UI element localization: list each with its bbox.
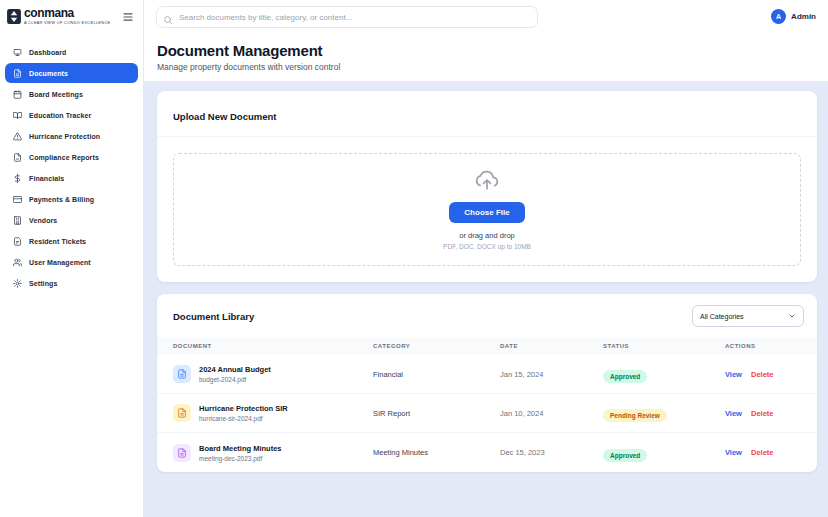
sidebar-item-compliance-reports[interactable]: Compliance Reports [5, 147, 138, 167]
sidebar-item-label: Education Tracker [29, 112, 91, 119]
sidebar-item-label: Payments & Billing [29, 196, 94, 203]
file-formats-hint: PDF, DOC, DOCX up to 10MB [443, 243, 531, 250]
ticket-icon [13, 237, 22, 246]
file-dropzone[interactable]: Choose File or drag and drop PDF, DOC, D… [173, 153, 801, 266]
document-icon [13, 69, 22, 78]
content-area: Upload New Document Choose File or drag … [144, 81, 828, 517]
file-icon [173, 404, 191, 422]
column-header-date: DATE [500, 343, 603, 349]
gear-icon [13, 279, 22, 288]
sidebar-item-user-management[interactable]: User Management [5, 252, 138, 272]
document-category: Meeting Minutes [373, 448, 500, 457]
category-filter-select[interactable]: All Categories [692, 305, 804, 327]
document-category: SIR Report [373, 409, 500, 418]
calendar-icon [13, 90, 22, 99]
sidebar-nav: Dashboard Documents Board Meetings Educa… [0, 33, 143, 293]
dashboard-icon [13, 48, 22, 57]
document-filename: hurricane-sir-2024.pdf [199, 415, 288, 422]
brand-tagline: A CLEAR VIEW OF CONDO EXCELLENCE [24, 20, 110, 25]
document-date: Jan 15, 2024 [500, 370, 603, 379]
library-header: Document Library All Categories [157, 294, 817, 337]
status-badge: Pending Review [603, 409, 667, 422]
document-title: Hurricane Protection SIR [199, 404, 288, 413]
library-title: Document Library [173, 311, 254, 322]
sidebar-item-label: Resident Tickets [29, 238, 86, 245]
document-filename: meeting-dec-2023.pdf [199, 455, 282, 462]
main-area: A Admin Document Management Manage prope… [144, 0, 828, 517]
sidebar-item-label: Financials [29, 175, 64, 182]
sidebar-item-label: Dashboard [29, 49, 66, 56]
cloud-upload-icon [474, 169, 500, 195]
drag-drop-hint: or drag and drop [459, 231, 514, 240]
status-badge: Approved [603, 449, 647, 462]
sidebar-item-payments-billing[interactable]: Payments & Billing [5, 189, 138, 209]
page-subtitle: Manage property documents with version c… [157, 62, 815, 72]
sidebar-item-label: Documents [29, 70, 68, 77]
table-row: Board Meeting Minutes meeting-dec-2023.p… [157, 433, 817, 472]
document-title: Board Meeting Minutes [199, 444, 282, 453]
choose-file-button[interactable]: Choose File [449, 202, 524, 223]
sidebar-item-financials[interactable]: Financials [5, 168, 138, 188]
table-row: Hurricane Protection SIR hurricane-sir-2… [157, 394, 817, 433]
column-header-status: STATUS [603, 343, 725, 349]
delete-link[interactable]: Delete [751, 370, 774, 379]
upload-card: Upload New Document Choose File or drag … [157, 91, 817, 282]
document-library-card: Document Library All Categories DOCUMENT… [157, 294, 817, 472]
sidebar-item-label: Board Meetings [29, 91, 83, 98]
sidebar-item-label: Hurricane Protection [29, 133, 100, 140]
search-input[interactable] [156, 6, 538, 28]
brand-logo[interactable]: conmana A CLEAR VIEW OF CONDO EXCELLENCE [7, 8, 110, 25]
page-title: Document Management [157, 42, 815, 59]
search-box [156, 6, 538, 28]
upload-body: Choose File or drag and drop PDF, DOC, D… [157, 137, 817, 282]
view-link[interactable]: View [725, 370, 742, 379]
table-header-row: DOCUMENT CATEGORY DATE STATUS ACTIONS [157, 337, 817, 355]
document-category: Financial [373, 370, 500, 379]
column-header-category: CATEGORY [373, 343, 500, 349]
column-header-document: DOCUMENT [173, 343, 373, 349]
avatar: A [771, 9, 786, 24]
chevron-down-icon [788, 312, 796, 320]
alert-triangle-icon [13, 132, 22, 141]
sidebar-item-documents[interactable]: Documents [5, 63, 138, 83]
category-filter-value: All Categories [700, 313, 744, 320]
delete-link[interactable]: Delete [751, 409, 774, 418]
sidebar-item-label: User Management [29, 259, 91, 266]
building-icon [13, 216, 22, 225]
sidebar-item-board-meetings[interactable]: Board Meetings [5, 84, 138, 104]
status-badge: Approved [603, 370, 647, 383]
search-icon [163, 11, 173, 29]
sidebar-item-label: Compliance Reports [29, 154, 99, 161]
document-filename: budget-2024.pdf [199, 376, 271, 383]
upload-card-title: Upload New Document [173, 111, 276, 122]
user-menu[interactable]: A Admin [771, 9, 816, 24]
report-icon [13, 153, 22, 162]
credit-card-icon [13, 195, 22, 204]
topbar: A Admin [144, 0, 828, 33]
menu-icon[interactable] [123, 13, 133, 21]
sidebar-item-hurricane-protection[interactable]: Hurricane Protection [5, 126, 138, 146]
view-link[interactable]: View [725, 448, 742, 457]
user-name: Admin [791, 12, 816, 21]
brand-name: conmana [24, 8, 110, 19]
sidebar-item-education-tracker[interactable]: Education Tracker [5, 105, 138, 125]
sidebar-item-label: Settings [29, 280, 57, 287]
users-icon [13, 258, 22, 267]
sidebar-item-vendors[interactable]: Vendors [5, 210, 138, 230]
brand-logo-icon [7, 9, 21, 24]
file-icon [173, 444, 191, 462]
document-date: Dec 15, 2023 [500, 448, 603, 457]
delete-link[interactable]: Delete [751, 448, 774, 457]
table-row: 2024 Annual Budget budget-2024.pdf Finan… [157, 355, 817, 394]
sidebar-item-label: Vendors [29, 217, 57, 224]
book-icon [13, 111, 22, 120]
file-icon [173, 365, 191, 383]
upload-card-header: Upload New Document [157, 91, 817, 137]
view-link[interactable]: View [725, 409, 742, 418]
column-header-actions: ACTIONS [725, 343, 801, 349]
document-title: 2024 Annual Budget [199, 365, 271, 374]
sidebar-item-resident-tickets[interactable]: Resident Tickets [5, 231, 138, 251]
sidebar-item-settings[interactable]: Settings [5, 273, 138, 293]
sidebar: conmana A CLEAR VIEW OF CONDO EXCELLENCE… [0, 0, 144, 517]
sidebar-item-dashboard[interactable]: Dashboard [5, 42, 138, 62]
